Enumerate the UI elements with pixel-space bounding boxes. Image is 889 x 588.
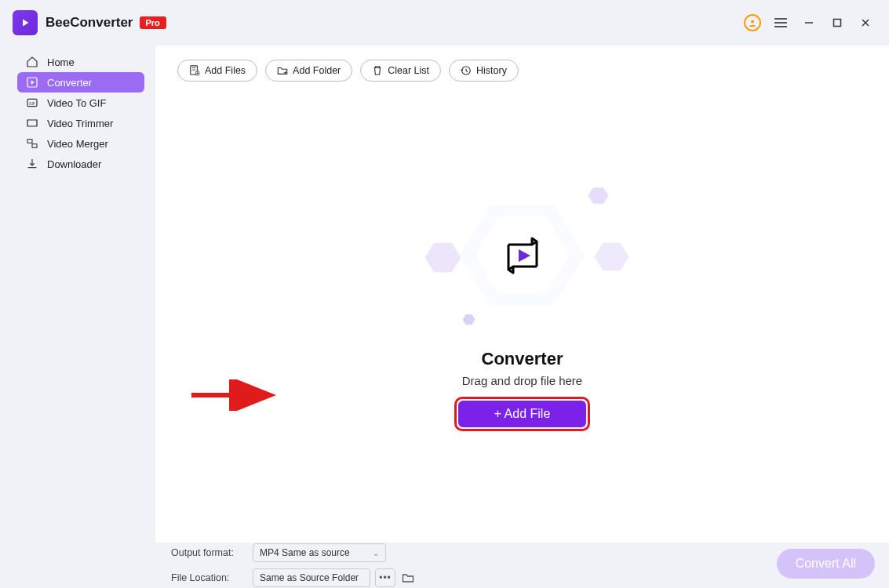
svg-rect-3 [834, 20, 841, 27]
sidebar-item-label: Converter [47, 77, 92, 89]
sidebar-item-label: Home [47, 56, 75, 68]
drop-area[interactable]: Converter Drag and drop file here + Add … [155, 100, 889, 511]
main-panel: Add Files Add Folder Clear List History [155, 45, 889, 543]
button-label: Add Folder [293, 65, 341, 76]
file-location-more-button[interactable]: ••• [375, 568, 395, 587]
app-body: Home Converter GIF Video To GIF Video Tr… [0, 45, 889, 543]
close-button[interactable] [854, 12, 876, 34]
add-folder-icon [277, 65, 288, 76]
svg-marker-0 [23, 20, 29, 27]
pro-badge: Pro [140, 16, 166, 29]
output-format-select[interactable]: MP4 Same as source ⌄ [253, 543, 386, 562]
add-files-button[interactable]: Add Files [177, 60, 257, 82]
app-logo-icon [13, 10, 38, 35]
svg-point-1 [751, 20, 754, 24]
history-button[interactable]: History [449, 60, 519, 82]
maximize-icon [833, 18, 842, 27]
maximize-button[interactable] [826, 12, 848, 34]
more-icon: ••• [379, 572, 392, 583]
file-location-field[interactable]: Same as Source Folder [253, 568, 370, 587]
hex-decoration-icon [463, 314, 475, 325]
add-file-button[interactable]: + Add File [458, 401, 587, 427]
menu-button[interactable] [770, 12, 792, 34]
button-label: Add Files [205, 65, 246, 76]
center-subtitle: Drag and drop file here [462, 374, 582, 387]
download-icon [25, 157, 39, 171]
convert-all-button[interactable]: Convert All [777, 549, 875, 579]
output-format-value: MP4 Same as source [260, 547, 350, 558]
annotation-arrow-icon [188, 379, 282, 411]
merger-icon [25, 136, 39, 151]
chevron-down-icon: ⌄ [373, 549, 379, 557]
folder-icon [402, 572, 414, 584]
sidebar-item-label: Video Trimmer [47, 118, 113, 129]
close-icon [860, 17, 871, 28]
sidebar-item-label: Downloader [47, 158, 101, 170]
sidebar-item-label: Video To GIF [47, 97, 106, 109]
clear-list-button[interactable]: Clear List [360, 60, 441, 82]
sidebar: Home Converter GIF Video To GIF Video Tr… [0, 45, 155, 543]
converter-icon [25, 75, 39, 89]
file-location-value: Same as Source Folder [260, 572, 359, 583]
hex-decoration-icon [588, 187, 609, 205]
open-folder-button[interactable] [400, 570, 416, 586]
svg-marker-26 [519, 249, 530, 262]
add-files-icon [189, 65, 200, 76]
gif-icon: GIF [25, 96, 39, 110]
center-title: Converter [482, 349, 563, 369]
svg-text:GIF: GIF [29, 102, 35, 106]
history-icon [461, 65, 472, 76]
sidebar-item-home[interactable]: Home [17, 52, 144, 72]
toolbar: Add Files Add Folder Clear List History [177, 60, 867, 82]
sidebar-item-video-merger[interactable]: Video Merger [17, 133, 144, 154]
file-location-label: File Location: [171, 572, 242, 583]
hex-decoration-icon [595, 242, 629, 272]
hex-decoration-icon [425, 242, 461, 274]
menu-icon [774, 18, 787, 27]
trimmer-icon [25, 116, 39, 130]
minimize-button[interactable] [798, 12, 820, 34]
svg-marker-7 [31, 80, 35, 84]
button-label: History [476, 65, 507, 76]
output-format-label: Output format: [171, 547, 242, 558]
add-folder-button[interactable]: Add Folder [265, 60, 352, 82]
trash-icon [372, 65, 383, 76]
svg-rect-10 [27, 120, 37, 126]
svg-rect-14 [32, 144, 37, 148]
titlebar: BeeConverter Pro [0, 0, 889, 45]
svg-rect-13 [27, 140, 32, 143]
bottom-bar: Output format: MP4 Same as source ⌄ File… [0, 543, 889, 588]
button-label: Clear List [388, 65, 429, 76]
center-graphic [421, 181, 625, 330]
sidebar-item-video-trimmer[interactable]: Video Trimmer [17, 113, 144, 133]
sidebar-item-downloader[interactable]: Downloader [17, 154, 144, 174]
minimize-icon [803, 17, 814, 28]
sidebar-item-converter[interactable]: Converter [17, 72, 144, 93]
sidebar-item-video-to-gif[interactable]: GIF Video To GIF [17, 93, 144, 113]
convert-play-icon [501, 234, 545, 278]
app-name: BeeConverter [46, 15, 133, 31]
home-icon [25, 55, 39, 69]
sidebar-item-label: Video Merger [47, 138, 108, 150]
annotation-highlight: + Add File [454, 397, 591, 431]
user-icon [744, 14, 761, 31]
user-account-button[interactable] [741, 12, 763, 34]
